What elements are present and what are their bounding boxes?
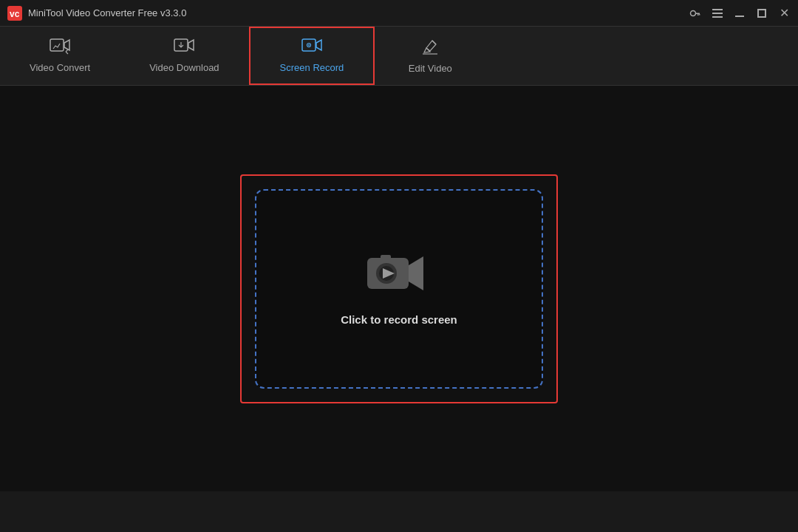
record-click-area[interactable]: Click to record screen <box>255 189 543 389</box>
app-title: MiniTool Video Converter Free v3.3.0 <box>28 7 689 18</box>
tab-video-convert-label: Video Convert <box>30 62 90 73</box>
record-camera-icon <box>366 252 432 300</box>
tab-edit-video-label: Edit Video <box>409 63 452 74</box>
screen-record-icon <box>301 38 322 58</box>
tab-screen-record[interactable]: Screen Record <box>249 27 375 85</box>
window-controls: ✕ <box>689 7 791 20</box>
tab-edit-video[interactable]: Edit Video <box>375 27 485 85</box>
app-logo-icon: vc <box>7 6 22 21</box>
minimize-icon <box>735 16 744 17</box>
svg-point-10 <box>308 44 310 46</box>
nav-tabs: Video Convert Video Download Screen Reco… <box>0 27 798 86</box>
svg-point-2 <box>691 10 696 16</box>
key-icon[interactable] <box>689 7 702 20</box>
record-outer-box: Click to record screen <box>240 174 558 403</box>
close-button[interactable]: ✕ <box>777 7 791 20</box>
main-content: Click to record screen <box>0 86 798 491</box>
tab-screen-record-label: Screen Record <box>280 62 344 73</box>
tab-video-download-label: Video Download <box>149 62 219 73</box>
tab-video-download[interactable]: Video Download <box>120 27 248 85</box>
svg-rect-6 <box>50 39 64 51</box>
record-prompt-text: Click to record screen <box>341 313 457 326</box>
svg-rect-4 <box>698 14 699 16</box>
close-icon: ✕ <box>780 7 789 19</box>
minimize-button[interactable] <box>733 7 746 20</box>
svg-rect-14 <box>381 255 391 259</box>
hamburger-menu-icon[interactable] <box>711 7 724 20</box>
svg-rect-5 <box>699 14 700 16</box>
video-download-icon <box>174 38 194 58</box>
menu-lines <box>712 9 723 18</box>
edit-video-icon <box>420 38 440 58</box>
tab-video-convert[interactable]: Video Convert <box>0 27 120 85</box>
maximize-button[interactable] <box>755 7 768 20</box>
maximize-icon <box>757 9 766 18</box>
title-bar: vc MiniTool Video Converter Free v3.3.0 <box>0 0 798 27</box>
svg-rect-3 <box>695 13 700 14</box>
video-convert-icon <box>50 38 70 58</box>
svg-text:vc: vc <box>10 9 20 19</box>
